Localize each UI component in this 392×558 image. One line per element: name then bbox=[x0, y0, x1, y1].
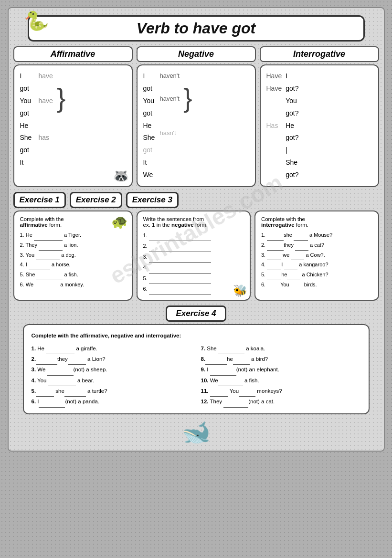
section-headers: Affirmative Negative Interrogative bbox=[13, 46, 379, 62]
ex4-instruction: Complete with the affirmative, negative … bbox=[32, 331, 361, 341]
ex4-col1: 1. He a giraffe. 2. they a Lion? 3. We (… bbox=[32, 344, 191, 408]
ex2-items: 1. 2. 3. 4. 5. 6. bbox=[143, 231, 244, 295]
ex3-bold: interrogative bbox=[261, 222, 295, 228]
interrogative-header: Interrogative bbox=[260, 46, 379, 62]
neg-brace: } bbox=[183, 84, 192, 111]
ex3-item4: 4. I a kangaroo? bbox=[261, 260, 372, 270]
ex4-c2-item1: 7. She a koala. bbox=[201, 344, 361, 354]
ex2-item1: 1. bbox=[143, 231, 244, 241]
int-She: She bbox=[286, 157, 298, 169]
aff-I: I bbox=[20, 70, 32, 83]
ex3-header: Exercise 3 bbox=[126, 192, 179, 208]
aff-space3 bbox=[38, 120, 53, 132]
conjugation-row: I got You got He She got It have have ha… bbox=[13, 64, 379, 187]
neg-havent1: haven't bbox=[159, 70, 180, 82]
ex4-c1-item3: 3. We (not) a sheep. bbox=[32, 365, 191, 375]
ex4-c1-item4: 4. You a bear. bbox=[32, 376, 191, 386]
ex1-item2: 2. They a lion. bbox=[20, 241, 126, 251]
ex1-bold: affirmative bbox=[20, 222, 48, 228]
ex4-c1-item1: 1. He a giraffe. bbox=[32, 344, 191, 354]
exercise3-box: Complete with the interrogative form. 1.… bbox=[254, 211, 379, 301]
raccoon-icon: 🦝 bbox=[113, 168, 129, 184]
ex1-header: Exercise 1 bbox=[13, 192, 66, 208]
ex4-header: Exercise 4 bbox=[166, 305, 226, 322]
ex1-item3: 3. You a dog. bbox=[20, 251, 126, 261]
aff-space1 bbox=[38, 83, 53, 95]
ex2-instruction: Write the sentences fromex. 1 in the neg… bbox=[143, 216, 244, 228]
neg-You: You bbox=[143, 95, 155, 107]
ex4-header-row: Exercise 4 bbox=[13, 305, 379, 322]
ex4-c2-item5: 11. You monkeys? bbox=[201, 386, 361, 397]
ex2-item5: 5. bbox=[143, 274, 244, 284]
aff-got3: got bbox=[20, 144, 32, 157]
ex1-item4: 4. I a horse. bbox=[20, 260, 126, 270]
int-He: He bbox=[286, 120, 298, 132]
neg-havent2: haven't bbox=[159, 93, 180, 105]
ex3-item1: 1. she a Mouse? bbox=[261, 231, 372, 241]
aff-space2 bbox=[38, 107, 53, 120]
exercise4-box: Complete with the affirmative, negative … bbox=[23, 324, 370, 414]
neg-got3: got bbox=[143, 144, 155, 157]
neg-He: He bbox=[143, 120, 155, 132]
ex4-c1-item2: 2. they a Lion? bbox=[32, 354, 191, 365]
ex3-item3: 3. we a Cow?. bbox=[261, 251, 372, 261]
ex4-c2-item4: 10. We a fish. bbox=[201, 376, 361, 386]
ex2-item3: 3. bbox=[143, 252, 244, 263]
turtle-icon: 🐢 bbox=[111, 214, 128, 230]
ex3-item5: 5. he a Chicken? bbox=[261, 270, 372, 280]
neg-got2: got bbox=[143, 107, 155, 120]
interrogative-box: Have Have Has I got? You got? He got? | … bbox=[260, 64, 379, 187]
ex3-items: 1. she a Mouse? 2. they a cat? 3. we a C… bbox=[261, 231, 372, 290]
ex2-item4: 4. bbox=[143, 263, 244, 273]
ex2-item2: 2. bbox=[143, 241, 244, 252]
int-got4: got? bbox=[286, 169, 298, 181]
ex3-instruction: Complete with the interrogative form. bbox=[261, 216, 372, 228]
exercise2-box: 🐝 Write the sentences fromex. 1 in the n… bbox=[137, 211, 251, 301]
neg-She: She bbox=[143, 132, 155, 144]
exercise-headers-row: Exercise 1 Exercise 2 Exercise 3 bbox=[13, 192, 379, 208]
neg-It: It bbox=[143, 157, 155, 169]
aff-have2: have bbox=[38, 95, 53, 107]
int-Have1: Have bbox=[266, 70, 282, 83]
int-You: You bbox=[286, 95, 298, 107]
neg-got1: got bbox=[143, 83, 155, 95]
int-got1: got? bbox=[286, 83, 298, 95]
ex4-grid: 1. He a giraffe. 2. they a Lion? 3. We (… bbox=[32, 344, 361, 408]
exercise1-box: 🐢 Complete with the affirmative form. 1.… bbox=[13, 211, 133, 301]
negative-box: I got You got He She got It We haven't h… bbox=[137, 64, 256, 187]
ex2-item6: 6. bbox=[143, 284, 244, 295]
ex4-c2-item2: 8. he a bird? bbox=[201, 354, 361, 365]
ex1-item1: 1. He a Tiger. bbox=[20, 231, 126, 241]
ex1-item6: 6. We a monkey. bbox=[20, 280, 126, 290]
ex1-items: 1. He a Tiger. 2. They a lion. 3. You a … bbox=[20, 231, 126, 290]
int-Has: Has bbox=[266, 120, 282, 132]
aff-brace: } bbox=[57, 84, 66, 111]
aff-You: You bbox=[20, 95, 32, 107]
aff-She: She bbox=[20, 132, 32, 144]
ex2-header: Exercise 2 bbox=[70, 192, 122, 208]
aff-It: It bbox=[20, 157, 32, 169]
aff-have1: have bbox=[38, 70, 53, 83]
snake-icon: 🐍 bbox=[22, 8, 50, 34]
aff-got1: got bbox=[20, 83, 32, 95]
aff-has: has bbox=[38, 132, 53, 144]
ex2-bold: negative bbox=[171, 222, 194, 228]
int-got3: got? bbox=[286, 132, 298, 144]
int-got2: got? bbox=[286, 107, 298, 120]
page-title: Verb to have got bbox=[58, 20, 335, 37]
int-I: I bbox=[286, 70, 298, 83]
neg-hasnt: hasn't bbox=[159, 127, 180, 139]
ex3-item6: 6. You birds. bbox=[261, 280, 372, 290]
int-Have2: Have bbox=[266, 83, 282, 95]
exercises-top-row: 🐢 Complete with the affirmative form. 1.… bbox=[13, 211, 379, 301]
ex4-c1-item5: 5. she a turtle? bbox=[32, 386, 191, 397]
affirmative-box: I got You got He She got It have have ha… bbox=[13, 64, 133, 187]
aff-got2: got bbox=[20, 107, 32, 120]
whale-icon: 🐋 bbox=[13, 419, 379, 446]
neg-I: I bbox=[143, 70, 155, 83]
ex1-item5: 5. She a fish. bbox=[20, 270, 126, 280]
negative-header: Negative bbox=[137, 46, 256, 62]
ex4-c1-item6: 6. I (not) a panda. bbox=[32, 397, 191, 407]
ex3-item2: 2. they a cat? bbox=[261, 241, 372, 251]
title-box: 🐍 Verb to have got bbox=[28, 15, 365, 42]
